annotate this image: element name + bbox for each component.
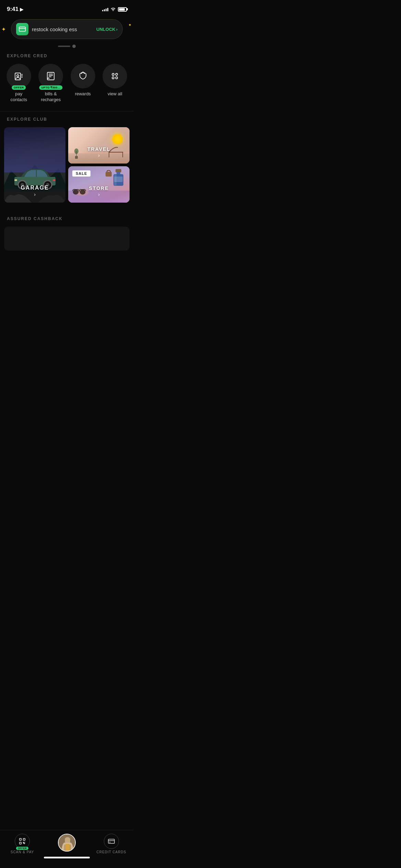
assured-cashback-label: ASSURED CASHBACK	[0, 212, 134, 227]
svg-point-28	[80, 190, 85, 194]
travel-title: TRAVEL	[87, 146, 110, 152]
sparkle-right-icon: ✦	[128, 23, 132, 27]
status-time: 9:41 ▶	[7, 6, 23, 13]
store-arrow: ›	[89, 192, 109, 197]
rewards-icon-circle	[71, 64, 95, 88]
sun-illustration	[112, 134, 123, 144]
cashback-card	[4, 227, 130, 251]
bills-recharges-item[interactable]: UPTO ₹500... bills &recharges	[36, 64, 66, 103]
svg-point-6	[112, 77, 114, 79]
notification-banner[interactable]: restock cooking ess UNLOCK ›	[11, 19, 123, 39]
item-illustration	[105, 170, 112, 177]
svg-point-2	[17, 75, 19, 77]
view-all-label: view all	[108, 91, 122, 97]
svg-point-7	[116, 77, 118, 79]
garage-title: GARAGE	[21, 185, 49, 191]
pay-contacts-label: paycontacts	[11, 91, 27, 103]
store-title: STORE	[89, 185, 109, 191]
explore-cred-icons: OFFER paycontacts UPTO ₹500	[0, 64, 134, 110]
travel-label: TRAVEL ›	[87, 146, 110, 158]
bills-offer-badge: UPTO ₹500...	[39, 85, 62, 90]
wifi-icon	[110, 7, 116, 12]
svg-rect-29	[106, 172, 112, 177]
svg-rect-0	[19, 27, 25, 32]
perfume-bottle-illustration	[111, 168, 126, 187]
plant-illustration	[73, 148, 80, 159]
battery-icon	[118, 7, 127, 12]
explore-club-section: EXPLORE CLUB	[0, 113, 134, 212]
assured-cashback-section: ASSURED CASHBACK	[0, 212, 134, 255]
travel-card[interactable]: TRAVEL ›	[68, 127, 130, 164]
status-icons	[102, 7, 127, 12]
banner-unlock-button[interactable]: UNLOCK ›	[96, 27, 118, 32]
svg-rect-23	[117, 172, 120, 174]
svg-rect-3	[47, 72, 54, 80]
pay-contacts-offer-badge: OFFER	[12, 85, 26, 90]
explore-cred-section: EXPLORE CRED OFFER	[0, 49, 134, 110]
main-content: 9:41 ▶ ✦	[0, 0, 134, 286]
store-card[interactable]: SALE STORE ›	[68, 166, 130, 203]
rewards-label: rewards	[75, 91, 91, 97]
svg-rect-19	[75, 156, 78, 159]
banner-text: restock cooking ess	[32, 26, 93, 32]
garage-label: GARAGE ›	[21, 185, 49, 197]
garage-arrow: ›	[21, 192, 49, 197]
svg-point-27	[73, 190, 78, 194]
svg-point-4	[112, 73, 114, 75]
section-divider	[0, 111, 134, 111]
rewards-item[interactable]: rewards	[68, 64, 98, 97]
bills-recharges-icon-circle: UPTO ₹500...	[38, 64, 63, 88]
pay-contacts-item[interactable]: OFFER paycontacts	[4, 64, 34, 103]
explore-cred-label: EXPLORE CRED	[0, 49, 134, 64]
signal-icon	[102, 7, 108, 11]
travel-arrow: ›	[87, 153, 110, 158]
explore-club-grid: GARAGE ›	[0, 127, 134, 212]
notification-banner-wrapper: ✦ restock cooking ess UNLOCK › ✦	[5, 19, 128, 39]
sunglasses-illustration	[72, 189, 86, 195]
sparkle-left-icon: ✦	[1, 26, 6, 33]
time-display: 9:41	[7, 6, 19, 13]
view-all-item[interactable]: view all	[100, 64, 130, 97]
pay-contacts-icon-circle: OFFER	[7, 64, 31, 88]
view-all-icon-circle	[102, 64, 127, 88]
svg-rect-26	[114, 174, 117, 185]
location-arrow-icon: ▶	[20, 7, 23, 12]
store-label: STORE ›	[89, 185, 109, 197]
status-bar: 9:41 ▶	[0, 0, 134, 16]
banner-icon	[16, 23, 28, 35]
garage-card[interactable]: GARAGE ›	[4, 127, 65, 203]
bills-recharges-label: bills &recharges	[41, 91, 61, 103]
svg-rect-15	[53, 179, 56, 181]
scroll-indicator	[0, 45, 134, 48]
svg-point-5	[116, 73, 118, 75]
sale-badge: SALE	[72, 170, 90, 177]
svg-rect-14	[14, 179, 17, 181]
explore-club-label: EXPLORE CLUB	[0, 113, 134, 127]
svg-point-21	[74, 148, 78, 154]
